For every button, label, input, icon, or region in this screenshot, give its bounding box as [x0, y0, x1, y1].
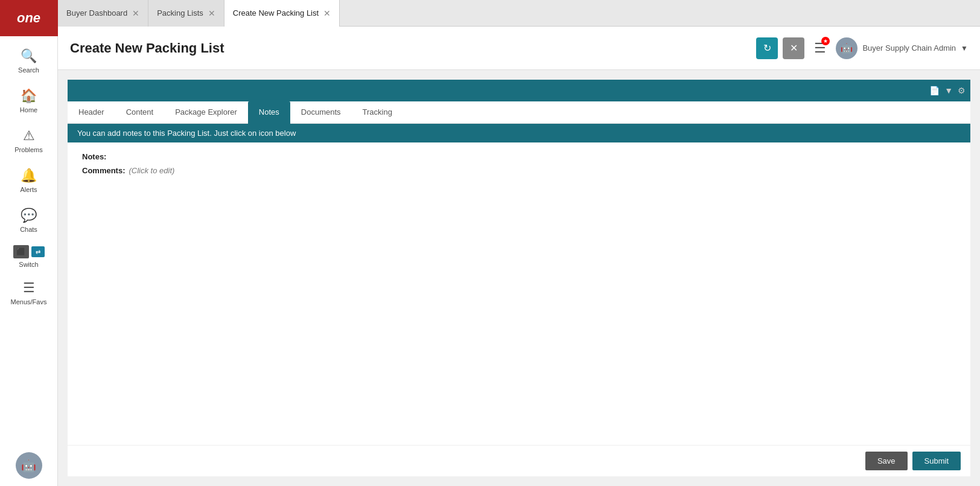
notes-label: Notes:	[82, 152, 956, 161]
sidebar-item-alerts[interactable]: 🔔 Alerts	[0, 161, 57, 200]
menu-icon: ☰	[23, 280, 35, 296]
tab-content[interactable]: Content	[115, 101, 165, 124]
content-body: 📄 ▼ ⚙ Header Content Package Explorer No…	[58, 70, 980, 486]
switch-icon: ⬛	[16, 248, 25, 256]
tab-label: Packing Lists	[157, 8, 203, 18]
sidebar-item-home[interactable]: 🏠 Home	[0, 81, 57, 121]
tab-package-explorer[interactable]: Package Explorer	[164, 101, 248, 124]
switch-secondary-icon: ⇄	[36, 249, 40, 255]
tab-bar: Buyer Dashboard ✕ Packing Lists ✕ Create…	[58, 0, 980, 27]
user-avatar: 🤖	[836, 37, 858, 59]
user-name: Buyer Supply Chain Admin	[862, 43, 956, 53]
tab-header[interactable]: Header	[68, 101, 115, 124]
chat-icon: 💬	[21, 208, 37, 223]
sidebar-item-label: Search	[18, 66, 39, 74]
info-banner: You can add notes to this Packing List. …	[68, 124, 970, 142]
sidebar-item-label: Home	[20, 106, 37, 114]
panel-doc-icon[interactable]: 📄	[929, 86, 940, 95]
comments-row: Comments: (Click to edit)	[82, 166, 956, 175]
sidebar-item-search[interactable]: 🔍 Search	[0, 41, 57, 81]
tab-label: Create New Packing List	[233, 8, 319, 18]
main-panel: 📄 ▼ ⚙ Header Content Package Explorer No…	[68, 80, 970, 476]
tab-notes[interactable]: Notes	[248, 101, 290, 124]
refresh-icon: ↻	[763, 42, 771, 54]
tab-create-new-packing-list[interactable]: Create New Packing List ✕	[224, 0, 340, 27]
sidebar: one 🔍 Search 🏠 Home ⚠ Problems 🔔 Alerts …	[0, 0, 58, 486]
panel-dropdown-icon[interactable]: ▼	[944, 86, 953, 95]
sidebar-item-problems[interactable]: ⚠ Problems	[0, 121, 57, 161]
menu-fav-button[interactable]: ☰ ★	[814, 40, 826, 56]
tab-tracking[interactable]: Tracking	[352, 101, 403, 124]
chevron-down-icon: ▼	[961, 44, 968, 53]
content-header: Create New Packing List ↻ ✕ ☰ ★ 🤖 Buyer …	[58, 27, 980, 70]
save-button[interactable]: Save	[865, 452, 908, 470]
search-icon: 🔍	[21, 48, 37, 64]
switch-icon-box1: ⬛	[13, 245, 29, 258]
star-badge: ★	[821, 37, 830, 45]
user-avatar-icon: 🤖	[841, 42, 853, 54]
sidebar-nav: 🔍 Search 🏠 Home ⚠ Problems 🔔 Alerts 💬 Ch…	[0, 36, 57, 452]
home-icon: 🏠	[21, 88, 37, 104]
sidebar-item-label: Menus/Favs	[11, 298, 47, 305]
avatar[interactable]: 🤖	[16, 452, 42, 479]
avatar-icon: 🤖	[21, 458, 36, 473]
close-icon: ✕	[790, 42, 798, 54]
tab-packing-lists[interactable]: Packing Lists ✕	[148, 0, 224, 27]
submit-button[interactable]: Submit	[912, 452, 961, 470]
sidebar-item-label: Problems	[14, 146, 42, 153]
comments-click-to-edit[interactable]: (Click to edit)	[129, 166, 175, 175]
header-actions: ↻ ✕ ☰ ★ 🤖 Buyer Supply Chain Admin ▼	[756, 37, 968, 59]
inner-tabs: Header Content Package Explorer Notes Do…	[68, 101, 970, 124]
sidebar-item-label: Switch	[19, 261, 38, 268]
notes-content: Notes: Comments: (Click to edit)	[68, 142, 970, 445]
refresh-button[interactable]: ↻	[756, 37, 778, 59]
panel-settings-icon[interactable]: ⚙	[958, 86, 966, 95]
sidebar-item-chats[interactable]: 💬 Chats	[0, 200, 57, 240]
user-area[interactable]: 🤖 Buyer Supply Chain Admin ▼	[836, 37, 968, 59]
info-banner-text: You can add notes to this Packing List. …	[77, 129, 296, 138]
tab-label: Buyer Dashboard	[66, 8, 127, 18]
sidebar-item-switch[interactable]: ⬛ ⇄ Switch	[0, 240, 57, 273]
tab-documents[interactable]: Documents	[290, 101, 352, 124]
panel-header-bar: 📄 ▼ ⚙	[68, 80, 970, 101]
main-area: Buyer Dashboard ✕ Packing Lists ✕ Create…	[58, 0, 980, 486]
close-button[interactable]: ✕	[783, 37, 804, 59]
bell-icon: 🔔	[21, 168, 37, 184]
warning-icon: ⚠	[23, 128, 35, 144]
comments-label: Comments:	[82, 166, 126, 175]
tab-close-icon[interactable]: ✕	[208, 8, 215, 18]
sidebar-bottom: 🤖	[16, 452, 42, 486]
tab-buyer-dashboard[interactable]: Buyer Dashboard ✕	[58, 0, 148, 27]
tab-close-icon[interactable]: ✕	[132, 8, 139, 18]
page-title: Create New Packing List	[70, 40, 224, 56]
sidebar-item-menus[interactable]: ☰ Menus/Favs	[0, 273, 57, 313]
sidebar-item-label: Alerts	[20, 186, 37, 193]
tab-close-icon[interactable]: ✕	[323, 8, 331, 18]
panel-footer: Save Submit	[68, 445, 970, 476]
switch-icon-box2: ⇄	[31, 246, 45, 257]
app-logo[interactable]: one	[0, 0, 58, 36]
switch-icons: ⬛ ⇄	[13, 245, 45, 258]
sidebar-item-label: Chats	[20, 226, 37, 233]
